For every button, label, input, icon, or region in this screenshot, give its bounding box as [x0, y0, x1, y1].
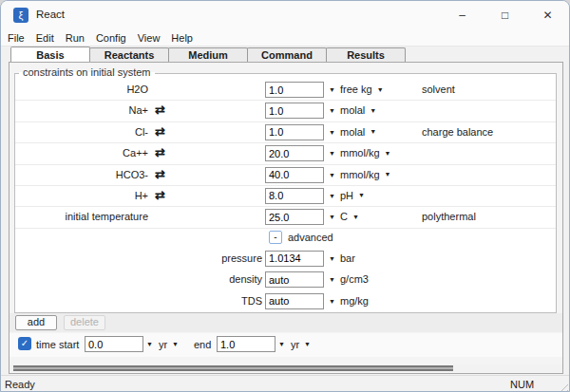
value-input[interactable]	[265, 145, 324, 161]
swap-icon[interactable]: ⇄	[155, 103, 164, 117]
row-annotation: polythermal	[422, 211, 476, 222]
field-label: density	[15, 273, 262, 285]
end-unit-caret-icon[interactable]: ▼	[304, 341, 311, 347]
unit-caret-icon: ▼	[352, 214, 359, 220]
minimize-button[interactable]: –	[441, 1, 484, 29]
menu-item-file[interactable]: File	[2, 32, 30, 44]
tab-medium[interactable]: Medium	[168, 47, 248, 62]
end-caret-icon[interactable]: ▼	[278, 341, 285, 347]
menu-item-help[interactable]: Help	[165, 32, 199, 44]
value-caret-icon[interactable]: ▼	[329, 150, 335, 157]
time-checkbox[interactable]: ✓	[18, 337, 31, 350]
value-input[interactable]	[265, 209, 324, 225]
species-button[interactable]: Na+	[15, 104, 148, 116]
value-caret-icon[interactable]: ▼	[329, 298, 335, 305]
app-window: ξ React – □ ✕ File Edit Run Config View …	[0, 0, 570, 392]
species-button[interactable]: Cl-	[15, 126, 148, 138]
unit-label-static: bar	[340, 252, 355, 264]
temperature-label: initial temperature	[15, 211, 148, 222]
menu-item-run[interactable]: Run	[60, 32, 90, 44]
scrollbar-thumb[interactable]	[13, 365, 453, 371]
density-input[interactable]	[265, 271, 324, 288]
advanced-collapse-button[interactable]: -	[269, 231, 282, 244]
basis-row-hco3: HCO3- ⇄ ▼ mmol/kg ▼	[15, 165, 556, 186]
species-button[interactable]: HCO3-	[15, 169, 148, 180]
value-input[interactable]	[265, 167, 324, 183]
unit-label: free kg	[340, 84, 372, 95]
menu-item-edit[interactable]: Edit	[30, 32, 60, 44]
delete-button[interactable]: delete	[64, 315, 105, 330]
resize-grip-icon[interactable]	[557, 381, 568, 392]
unit-caret-icon: ▼	[385, 171, 391, 177]
close-button[interactable]: ✕	[526, 1, 569, 29]
basis-row-h: H+ ⇄ ▼ pH ▼	[15, 186, 556, 207]
unit-dropdown[interactable]: mmol/kg ▼	[340, 169, 391, 180]
end-unit-dropdown[interactable]: yr	[291, 339, 299, 350]
tab-command[interactable]: Command	[247, 47, 327, 62]
app-icon: ξ	[13, 8, 28, 23]
swap-icon[interactable]: ⇄	[155, 145, 164, 159]
unit-dropdown[interactable]: free kg ▼	[340, 84, 384, 95]
status-text: Ready	[5, 379, 35, 390]
unit-caret-icon: ▼	[370, 128, 376, 135]
value-caret-icon[interactable]: ▼	[329, 255, 335, 262]
value-input[interactable]	[265, 188, 324, 204]
unit-dropdown[interactable]: mmol/kg ▼	[340, 147, 391, 159]
basis-row-cl: Cl- ⇄ ▼ molal ▼ charge balance	[15, 122, 556, 143]
swap-icon[interactable]: ⇄	[155, 124, 164, 139]
species-button[interactable]: H+	[15, 190, 148, 201]
value-caret-icon[interactable]: ▼	[329, 214, 335, 220]
species-button[interactable]: Ca++	[15, 147, 148, 159]
value-input[interactable]	[265, 124, 324, 140]
add-button[interactable]: add	[15, 315, 57, 330]
tds-input[interactable]	[265, 293, 324, 309]
start-unit-dropdown[interactable]: yr	[159, 339, 167, 350]
unit-dropdown[interactable]: molal ▼	[340, 126, 376, 138]
end-input[interactable]	[217, 336, 276, 352]
pressure-input[interactable]	[265, 251, 324, 267]
maximize-button[interactable]: □	[484, 1, 526, 29]
basis-row-h2o: H2O ▼ free kg ▼ solvent	[15, 80, 556, 101]
basis-rows: H2O ▼ free kg ▼ solvent Na+ ⇄ ▼	[15, 74, 556, 312]
swap-icon[interactable]: ⇄	[155, 167, 164, 181]
unit-caret-icon: ▼	[377, 86, 384, 93]
species-button[interactable]: H2O	[15, 84, 148, 95]
basis-pane: constraints on initial system H2O ▼ free…	[9, 62, 563, 374]
tab-results[interactable]: Results	[326, 47, 406, 62]
value-caret-icon[interactable]: ▼	[329, 129, 335, 136]
value-caret-icon[interactable]: ▼	[329, 276, 335, 283]
unit-caret-icon: ▼	[370, 107, 376, 114]
value-input[interactable]	[265, 103, 324, 119]
value-caret-icon[interactable]: ▼	[329, 86, 335, 93]
unit-label-static: mg/kg	[340, 295, 369, 307]
unit-label: pH	[340, 190, 353, 201]
advanced-row-tds: TDS ▼ mg/kg	[15, 291, 556, 312]
value-input[interactable]	[265, 82, 324, 98]
basis-row-na: Na+ ⇄ ▼ molal ▼	[15, 101, 556, 121]
value-caret-icon[interactable]: ▼	[329, 172, 335, 178]
tab-basis[interactable]: Basis	[10, 47, 90, 62]
unit-dropdown[interactable]: pH ▼	[340, 190, 365, 201]
start-unit-caret-icon[interactable]: ▼	[172, 341, 179, 347]
value-caret-icon[interactable]: ▼	[329, 107, 335, 114]
menu-item-view[interactable]: View	[132, 32, 166, 44]
unit-label-static: g/cm3	[340, 273, 369, 285]
menu-item-config[interactable]: Config	[90, 32, 132, 44]
horizontal-scrollbar[interactable]	[10, 364, 562, 372]
unit-label: C	[340, 211, 348, 222]
unit-label: mg/kg	[340, 295, 369, 307]
unit-dropdown[interactable]: C ▼	[340, 211, 359, 222]
tab-strip: Basis Reactants Medium Command Results	[1, 47, 569, 62]
unit-caret-icon: ▼	[358, 192, 365, 198]
value-caret-icon[interactable]: ▼	[329, 193, 335, 199]
advanced-section: - advanced	[15, 229, 556, 249]
start-input[interactable]	[85, 336, 143, 352]
swap-icon[interactable]: ⇄	[155, 188, 164, 202]
window-title: React	[36, 9, 65, 20]
start-caret-icon[interactable]: ▼	[146, 341, 153, 347]
unit-dropdown[interactable]: molal ▼	[340, 104, 376, 116]
field-label: TDS	[15, 295, 262, 307]
unit-label: g/cm3	[340, 273, 369, 285]
tab-reactants[interactable]: Reactants	[89, 47, 169, 62]
unit-label: mmol/kg	[340, 169, 380, 180]
